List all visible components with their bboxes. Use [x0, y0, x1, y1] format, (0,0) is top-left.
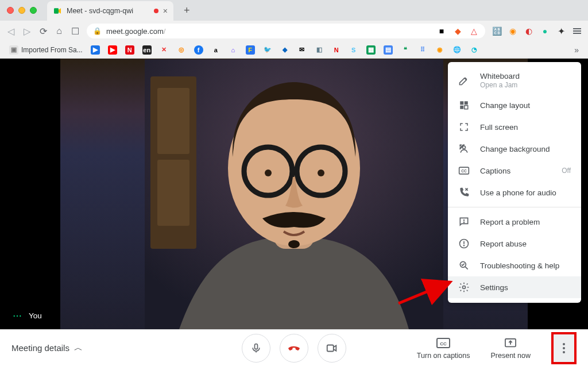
bm-icon-16[interactable]: S: [349, 45, 358, 55]
camera-indicator-icon[interactable]: ■: [436, 26, 447, 36]
bm-icon-9[interactable]: ⌂: [229, 45, 238, 55]
menu-whiteboard-label: Whiteboard Open a Jam: [480, 72, 571, 89]
extensions-button[interactable]: ✦: [556, 26, 566, 36]
back-button[interactable]: ◁: [6, 26, 16, 37]
meet-video-area: ⋯ You Whiteboard Open a Jam Change layou…: [0, 59, 588, 329]
troubleshoot-icon: [458, 260, 470, 271]
leave-call-button[interactable]: [280, 334, 308, 363]
bm-facebook-icon[interactable]: f: [194, 45, 203, 55]
url-bar[interactable]: 🔒 meet.google.com/ ■ ◆ △: [86, 23, 486, 39]
center-controls: [242, 334, 346, 363]
bm-sheets-icon[interactable]: ▦: [366, 45, 376, 55]
bm-twitter-icon[interactable]: 🐦: [263, 45, 272, 55]
more-options-menu: Whiteboard Open a Jam Change layout Full…: [448, 62, 581, 303]
menu-change-background[interactable]: Change background: [448, 138, 581, 160]
tab-close-button[interactable]: ×: [163, 6, 168, 16]
turn-on-captions-button[interactable]: CC Turn on captions: [417, 337, 470, 360]
bookmark-overflow-button[interactable]: »: [574, 45, 579, 55]
camera-feed-placeholder: [145, 59, 443, 329]
menu-settings[interactable]: Settings: [448, 276, 581, 298]
self-options-icon[interactable]: ⋯: [13, 310, 23, 321]
ext-icon-orange[interactable]: ◉: [508, 26, 518, 36]
chevron-up-icon: ︿: [74, 342, 83, 353]
svg-point-12: [288, 240, 300, 248]
layout-icon: [458, 99, 470, 111]
svg-rect-14: [460, 101, 463, 105]
window-minimize-button[interactable]: [18, 7, 25, 14]
svg-rect-4: [157, 160, 189, 226]
menu-whiteboard[interactable]: Whiteboard Open a Jam: [448, 67, 581, 94]
menu-troubleshoot[interactable]: Troubleshooting & help: [448, 255, 581, 276]
window-close-button[interactable]: [7, 7, 14, 14]
meet-favicon-icon: [53, 6, 62, 16]
browser-menu-button[interactable]: [572, 28, 582, 34]
letterbox-left: [0, 59, 60, 329]
bm-flipkart-icon[interactable]: F: [246, 45, 255, 55]
menu-phone-audio[interactable]: Use a phone for audio: [448, 182, 581, 203]
svg-rect-15: [465, 101, 468, 105]
menu-change-layout[interactable]: Change layout: [448, 94, 581, 116]
phone-icon: [458, 187, 470, 198]
forward-button[interactable]: ▷: [22, 26, 32, 37]
browser-tab[interactable]: Meet - svd-cqgm-qwi ×: [47, 1, 173, 21]
bm-chrome-icon[interactable]: 🌐: [452, 45, 462, 55]
ext-icon-red[interactable]: ◐: [524, 26, 534, 36]
home-button[interactable]: ⌂: [54, 26, 64, 36]
more-options-button[interactable]: [551, 332, 577, 364]
menu-report-abuse[interactable]: Report abuse: [448, 233, 581, 255]
bm-icon-1[interactable]: ▶: [91, 45, 100, 55]
svg-point-22: [464, 222, 465, 223]
gear-icon: [458, 282, 470, 293]
mic-icon: [250, 342, 262, 354]
bm-youtube-icon[interactable]: ▶: [108, 45, 117, 55]
reload-button[interactable]: ⟳: [38, 26, 48, 37]
bm-icon-15[interactable]: N: [332, 45, 341, 55]
window-zoom-button[interactable]: [30, 7, 37, 14]
captions-state: Off: [562, 167, 571, 175]
present-now-button[interactable]: Present now: [491, 337, 531, 360]
tab-title: Meet - svd-cqgm-qwi: [67, 7, 149, 15]
titlebar: Meet - svd-cqgm-qwi × +: [0, 0, 588, 21]
camera-icon: [326, 342, 338, 355]
meeting-details-button[interactable]: Meeting details ︿: [11, 342, 83, 353]
new-tab-button[interactable]: +: [178, 5, 196, 17]
ext-grammarly-icon[interactable]: ●: [540, 26, 550, 36]
brave-shield-icon[interactable]: ◆: [452, 26, 463, 36]
bm-docs-icon[interactable]: ▤: [384, 45, 393, 55]
menu-captions[interactable]: CC Captions Off: [448, 160, 581, 182]
lock-icon: 🔒: [93, 27, 102, 35]
svg-rect-31: [327, 345, 334, 351]
participant-self-label: ⋯ You: [13, 310, 42, 321]
bm-icon-5[interactable]: ✕: [160, 45, 169, 55]
captions-icon: CC: [458, 165, 470, 176]
toolbar: ◁ ▷ ⟳ ⌂ ☐ 🔒 meet.google.com/ ■ ◆ △ 🔠 ◉ ◐…: [0, 21, 588, 41]
bm-amazon-icon[interactable]: a: [211, 45, 220, 55]
bm-netflix-icon[interactable]: N: [125, 45, 134, 55]
menu-full-screen[interactable]: Full screen: [448, 116, 581, 138]
svg-text:CC: CC: [461, 169, 467, 173]
bm-icon-20[interactable]: ⠿: [418, 45, 427, 55]
bm-icon-14[interactable]: ◧: [315, 45, 324, 55]
bm-gmail-icon[interactable]: ✉: [297, 45, 307, 55]
bm-icon-12[interactable]: ◆: [280, 45, 289, 55]
svg-point-25: [464, 245, 465, 246]
bookmark-button[interactable]: ☐: [70, 26, 80, 37]
bm-icon-21[interactable]: ◉: [435, 45, 444, 55]
hangup-icon: [287, 341, 301, 356]
present-icon: [504, 337, 517, 349]
bottom-bar: Meeting details ︿ CC Turn on captions Pr…: [0, 329, 588, 366]
ext-translate-icon[interactable]: 🔠: [492, 26, 502, 36]
bm-hangouts-icon[interactable]: ❝: [401, 45, 410, 55]
svg-text:CC: CC: [440, 341, 447, 346]
menu-report-problem[interactable]: Report a problem: [448, 211, 581, 233]
bm-icon-23[interactable]: ◔: [470, 45, 479, 55]
camera-toggle-button[interactable]: [318, 334, 346, 363]
bm-icon-6[interactable]: ◎: [177, 45, 186, 55]
warning-icon[interactable]: △: [469, 26, 479, 36]
mic-toggle-button[interactable]: [242, 334, 270, 363]
feedback-icon: [458, 216, 470, 228]
svg-rect-17: [465, 106, 468, 109]
bookmarks-folder[interactable]: ▣ Imported From Sa...: [9, 45, 83, 55]
bm-icon-4[interactable]: en: [142, 45, 152, 55]
toolbar-right-icons: 🔠 ◉ ◐ ● ✦: [492, 26, 582, 36]
